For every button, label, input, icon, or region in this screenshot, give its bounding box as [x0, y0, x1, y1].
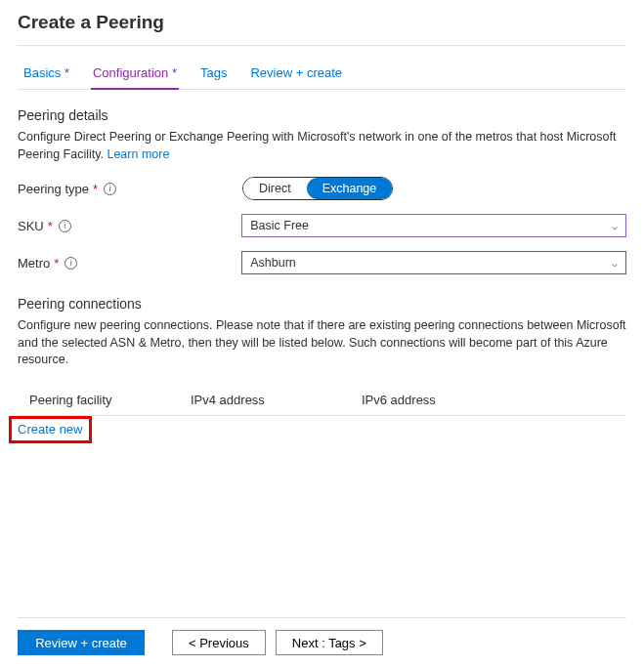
- info-icon[interactable]: i: [104, 183, 116, 195]
- tab-basics[interactable]: Basics *: [21, 60, 71, 89]
- peering-type-toggle[interactable]: Direct Exchange: [242, 177, 393, 200]
- connections-table-header: Peering facility IPv4 address IPv6 addre…: [18, 385, 626, 416]
- tab-review[interactable]: Review + create: [248, 60, 344, 89]
- review-create-button[interactable]: Review + create: [18, 630, 145, 655]
- metro-select[interactable]: Ashburn ⌵: [241, 251, 626, 274]
- tab-bar: Basics * Configuration * Tags Review + c…: [18, 60, 626, 90]
- chevron-down-icon: ⌵: [612, 221, 618, 231]
- tab-label: Basics: [23, 65, 61, 80]
- select-value: Ashburn: [250, 256, 296, 270]
- peering-details-title: Peering details: [18, 107, 626, 123]
- previous-button[interactable]: < Previous: [172, 630, 266, 655]
- peering-type-label: Peering type *i: [18, 182, 242, 196]
- select-value: Basic Free: [250, 219, 309, 232]
- connections-desc: Configure new peering connections. Pleas…: [18, 317, 626, 369]
- col-ipv4: IPv4 address: [191, 393, 362, 407]
- label-text: SKU: [18, 219, 44, 233]
- label-text: Metro: [18, 256, 50, 271]
- col-peering-facility: Peering facility: [29, 393, 191, 407]
- chevron-down-icon: ⌵: [612, 258, 618, 269]
- sku-select[interactable]: Basic Free ⌵: [241, 214, 626, 237]
- connections-title: Peering connections: [18, 296, 626, 312]
- col-ipv6: IPv6 address: [362, 393, 626, 407]
- highlight-box: [9, 416, 92, 443]
- info-icon[interactable]: i: [59, 220, 71, 232]
- sku-label: SKU *i: [18, 219, 241, 233]
- required-star: *: [54, 256, 59, 271]
- divider: [18, 45, 626, 46]
- tab-label: Configuration: [93, 65, 168, 80]
- required-star: *: [48, 219, 53, 233]
- peering-type-exchange[interactable]: Exchange: [307, 178, 393, 199]
- page-title: Create a Peering: [18, 12, 626, 33]
- tab-tags[interactable]: Tags: [198, 60, 229, 89]
- label-text: Peering type: [18, 182, 89, 196]
- learn-more-link[interactable]: Learn more: [107, 147, 169, 161]
- info-icon[interactable]: i: [64, 257, 77, 270]
- required-star: *: [168, 65, 177, 80]
- required-star: *: [93, 182, 98, 196]
- tab-configuration[interactable]: Configuration *: [91, 60, 179, 90]
- footer-bar: Review + create < Previous Next : Tags >: [18, 617, 626, 655]
- peering-type-direct[interactable]: Direct: [243, 178, 307, 199]
- required-star: *: [61, 65, 69, 80]
- next-button[interactable]: Next : Tags >: [276, 630, 383, 655]
- peering-details-desc: Configure Direct Peering or Exchange Pee…: [18, 129, 626, 163]
- metro-label: Metro *i: [18, 256, 241, 271]
